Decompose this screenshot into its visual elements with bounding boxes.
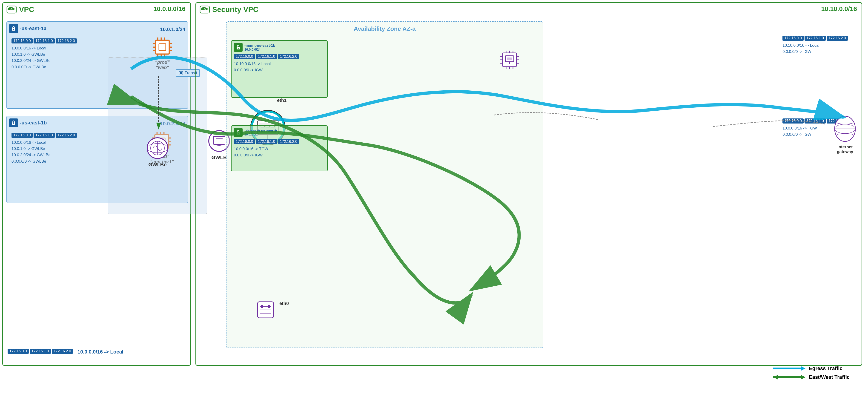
eastwest-label: East/West Traffic <box>809 374 849 380</box>
eth1-icon-container <box>499 50 520 71</box>
lock-icon-1b <box>9 118 18 127</box>
main-container: VPC 10.0.0.0/16 -us-east-1a 10.0.1.0/24 … <box>0 0 868 394</box>
svg-point-51 <box>238 48 239 49</box>
gwlbe-icon <box>146 137 169 160</box>
mgmt-r2: 172.16.1.0 <box>805 36 826 41</box>
dp-r2: 172.16.1.0 <box>805 118 826 123</box>
svg-rect-2 <box>11 9 12 10</box>
bottom-tag-2: 172.16.1.0 <box>30 349 51 354</box>
subnet-1a-title: -us-east-1a <box>9 24 46 33</box>
mgmt-r3: 172.16.2.0 <box>827 36 848 41</box>
mgmt-subnet: -mgmt-us-east-1b 10.0.0.0/24 172.16.0.0 … <box>231 40 328 98</box>
subnet-1b-label: -us-east-1b <box>20 120 47 126</box>
mgmt-tag-2: 172.16.1.0 <box>256 54 277 59</box>
bottom-route-text: 10.0.0.0/16 -> Local <box>78 348 123 356</box>
route-text-1b: 10.0.0.0/16 -> Local 10.0.1.0 -> GWLBe 1… <box>11 140 77 164</box>
eth1-label: eth1 <box>277 98 286 103</box>
internet-gw-label: Internet gateway <box>834 145 857 154</box>
dp-r1: 172.16.0.0 <box>782 118 804 123</box>
mgmt-label: -mgmt-us-east-1b 10.0.0.0/24 <box>244 43 275 51</box>
az-title: Availability Zone AZ-a <box>354 25 416 32</box>
route-tag-3: 172.16.2.0 <box>56 38 77 43</box>
dp-tag-3: 172.16.2.0 <box>278 139 299 144</box>
route-tag-2: 172.16.1.0 <box>34 38 55 43</box>
vpc-bottom-routes: 172.16.0.0 172.16.1.0 172.16.2.0 10.0.0.… <box>8 346 123 356</box>
eth0-label: eth0 <box>279 301 289 306</box>
gwlbe-icon-container: GWLBe <box>146 137 169 168</box>
datapath-subnet: -datapath-us-east1b 10.0.3.0/24 172.16.0… <box>231 125 328 171</box>
gwlbe-az-container <box>256 301 275 320</box>
routes-1a: 172.16.0.0 172.16.1.0 172.16.2.0 10.0.0.… <box>11 38 77 70</box>
mgmt-route-text: 10.10.0.0/16 -> Local 0.0.0.0/0 -> IGW <box>234 61 325 73</box>
mgmt-right-routes: 172.16.0.0 172.16.1.0 172.16.2.0 10.10.0… <box>782 35 848 55</box>
svg-rect-65 <box>261 305 263 308</box>
bottom-tag-1: 172.16.0.0 <box>8 349 29 354</box>
internet-gw-container: Internet gateway <box>834 115 857 154</box>
mgmt-tag-1: 172.16.0.0 <box>234 54 255 59</box>
dp-tag-1: 172.16.0.0 <box>234 139 255 144</box>
vpc-cidr: 10.0.0.0/16 <box>153 5 186 13</box>
internet-gw-icon <box>834 115 857 143</box>
security-vpc-cidr: 10.10.0.0/16 <box>821 5 857 13</box>
mgmt-r1: 172.16.0.0 <box>782 36 804 41</box>
route-tag-1b-2: 172.16.1.0 <box>34 133 55 138</box>
datapath-route-text: 10.0.0.0/16 -> TGW 0.0.0.0/0 -> IGW <box>234 146 325 158</box>
lock-icon-1a <box>9 24 18 33</box>
eth1-router-icon <box>499 50 520 70</box>
lock-icon-mgmt <box>234 43 243 52</box>
svg-point-68 <box>238 133 239 134</box>
legend-eastwest: East/West Traffic <box>773 374 849 380</box>
subnet-1a-label: -us-east-1a <box>20 26 46 31</box>
route-tag-1: 172.16.0.0 <box>11 38 33 43</box>
vpc-title: VPC <box>6 5 34 14</box>
vpc-label: VPC <box>19 5 34 14</box>
az-box: Availability Zone AZ-a -mgmt-us-east-1b … <box>226 21 543 348</box>
gwlbe-az-icon <box>256 301 275 319</box>
svg-rect-66 <box>268 305 270 308</box>
security-vpc-box: Security VPC 10.10.0.0/16 GWLB Availabil… <box>195 2 862 366</box>
vpc-cloud-icon <box>6 5 17 13</box>
subnet-1b-title: -us-east-1b <box>9 118 47 127</box>
gwlbe-label: GWLBe <box>146 162 169 168</box>
svg-point-4 <box>13 29 14 30</box>
svg-rect-36 <box>180 72 182 74</box>
datapath-routes: 172.16.0.0 172.16.1.0 172.16.2.0 <box>234 139 325 145</box>
bottom-tag-3: 172.16.2.0 <box>52 349 73 354</box>
security-vpc-title: Security VPC <box>199 5 258 14</box>
eastwest-arrow <box>773 375 805 379</box>
svg-rect-83 <box>507 58 512 60</box>
bottom-route-tags: 172.16.0.0 172.16.1.0 172.16.2.0 <box>8 348 73 354</box>
dp-tag-2: 172.16.1.0 <box>256 139 277 144</box>
datapath-label: -datapath-us-east1b 10.0.3.0/24 <box>244 129 277 136</box>
mgmt-right-route-text: 10.10.0.0/16 -> Local 0.0.0.0/0 -> IGW <box>782 42 848 55</box>
legend: Egress Traffic East/West Traffic <box>773 365 849 380</box>
gwlbe-area: Transit GWLBe <box>108 58 207 214</box>
route-tag-1b-3: 172.16.2.0 <box>56 133 77 138</box>
legend-egress: Egress Traffic <box>773 365 849 371</box>
egress-arrow <box>773 367 805 370</box>
egress-label: Egress Traffic <box>809 365 842 371</box>
mgmt-tag-3: 172.16.2.0 <box>278 54 299 59</box>
security-vpc-label: Security VPC <box>212 5 258 14</box>
route-text-1a: 10.0.0.0/16 -> Local 10.0.1.0 -> GWLBe 1… <box>11 45 77 70</box>
lock-icon-datapath <box>234 128 243 137</box>
svg-rect-5 <box>155 40 169 54</box>
svg-rect-44 <box>204 9 205 10</box>
routes-1b: 172.16.0.0 172.16.1.0 172.16.2.0 10.0.0.… <box>11 132 77 164</box>
route-tag-1b-1: 172.16.0.0 <box>11 133 33 138</box>
subnet-1a-cidr: 10.0.1.0/24 <box>160 26 185 32</box>
security-vpc-cloud-icon <box>199 5 210 13</box>
mgmt-routes: 172.16.0.0 172.16.1.0 172.16.2.0 10.10.0… <box>234 54 325 73</box>
svg-point-20 <box>13 123 14 124</box>
transit-label: Transit <box>185 71 197 75</box>
